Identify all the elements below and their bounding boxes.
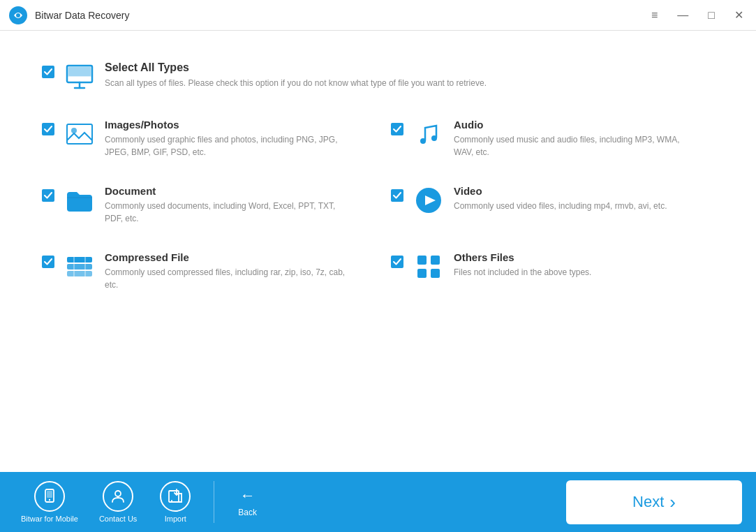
others-icon bbox=[413, 251, 444, 282]
file-type-images: Images/Photos Commonly used graphic file… bbox=[35, 109, 356, 168]
others-title: Others Files bbox=[454, 251, 591, 263]
svg-rect-23 bbox=[47, 491, 52, 498]
svg-rect-15 bbox=[67, 271, 92, 276]
document-text: Document Commonly used documents, includ… bbox=[105, 185, 349, 225]
images-text: Images/Photos Commonly used graphic file… bbox=[105, 119, 349, 158]
back-button[interactable]: ← Back bbox=[228, 482, 267, 522]
file-type-compressed: Compressed File Commonly used compressed… bbox=[35, 242, 356, 301]
svg-point-24 bbox=[49, 499, 50, 501]
svg-rect-19 bbox=[431, 256, 440, 265]
mobile-button[interactable]: Bitwar for Mobile bbox=[14, 477, 85, 527]
minimize-button[interactable]: — bbox=[673, 8, 692, 23]
images-title: Images/Photos bbox=[105, 119, 349, 131]
compressed-desc: Commonly used compressed files, includin… bbox=[105, 266, 349, 291]
mobile-label: Bitwar for Mobile bbox=[21, 515, 78, 523]
app-title: Bitwar Data Recovery bbox=[35, 10, 647, 21]
document-checkbox[interactable] bbox=[42, 189, 54, 202]
contact-button[interactable]: Contact Us bbox=[92, 477, 144, 527]
footer-left-actions: Bitwar for Mobile Contact Us Import bbox=[14, 477, 290, 527]
audio-checkbox[interactable] bbox=[391, 123, 403, 135]
menu-button[interactable]: ≡ bbox=[647, 8, 662, 23]
images-icon bbox=[64, 119, 95, 149]
back-arrow-icon: ← bbox=[240, 487, 255, 505]
select-all-checkbox[interactable] bbox=[42, 66, 54, 78]
svg-rect-14 bbox=[67, 264, 92, 269]
maximize-button[interactable]: □ bbox=[704, 8, 719, 23]
title-bar: Bitwar Data Recovery ≡ — □ ✕ bbox=[0, 0, 756, 31]
import-button[interactable]: Import bbox=[151, 477, 200, 527]
select-all-desc: Scan all types of files. Please check th… bbox=[105, 77, 487, 89]
app-logo bbox=[8, 6, 28, 25]
next-button[interactable]: Next › bbox=[566, 480, 742, 524]
file-type-audio: Audio Commonly used music and audio file… bbox=[384, 109, 705, 168]
footer: Bitwar for Mobile Contact Us Import bbox=[0, 472, 756, 532]
select-all-text: Select All Types Scan all types of files… bbox=[105, 61, 487, 89]
select-all-icon bbox=[64, 61, 95, 92]
svg-rect-21 bbox=[431, 269, 440, 278]
video-title: Video bbox=[454, 185, 667, 197]
audio-text: Audio Commonly used music and audio file… bbox=[454, 119, 698, 158]
window-controls: ≡ — □ ✕ bbox=[647, 7, 748, 23]
file-type-grid: Images/Photos Commonly used graphic file… bbox=[35, 109, 705, 301]
next-label: Next bbox=[632, 493, 664, 511]
images-desc: Commonly used graphic files and photos, … bbox=[105, 133, 349, 158]
file-type-others: Others Files Files not included in the a… bbox=[384, 242, 705, 301]
svg-point-25 bbox=[115, 491, 121, 496]
svg-point-10 bbox=[431, 135, 437, 141]
video-checkbox[interactable] bbox=[391, 189, 403, 202]
svg-rect-20 bbox=[417, 269, 427, 278]
svg-rect-18 bbox=[417, 256, 427, 265]
select-all-row: Select All Types Scan all types of files… bbox=[35, 52, 721, 102]
file-type-video: Video Commonly used video files, includi… bbox=[384, 175, 705, 235]
video-desc: Commonly used video files, including mp4… bbox=[454, 200, 667, 212]
others-checkbox[interactable] bbox=[391, 256, 403, 268]
mobile-icon bbox=[34, 481, 65, 512]
file-type-document: Document Commonly used documents, includ… bbox=[35, 175, 356, 235]
document-title: Document bbox=[105, 185, 349, 197]
import-icon bbox=[160, 481, 191, 512]
audio-title: Audio bbox=[454, 119, 698, 131]
main-content: Select All Types Scan all types of files… bbox=[0, 31, 756, 472]
contact-icon bbox=[103, 481, 133, 512]
others-text: Others Files Files not included in the a… bbox=[454, 251, 591, 279]
svg-point-1 bbox=[16, 13, 20, 17]
audio-icon bbox=[413, 119, 444, 149]
contact-label: Contact Us bbox=[99, 515, 137, 523]
svg-point-9 bbox=[420, 138, 426, 144]
import-label: Import bbox=[165, 515, 186, 523]
footer-divider bbox=[214, 481, 214, 523]
compressed-title: Compressed File bbox=[105, 251, 349, 263]
compressed-icon bbox=[64, 251, 95, 282]
next-arrow-icon: › bbox=[669, 492, 676, 513]
svg-rect-6 bbox=[68, 67, 91, 76]
document-desc: Commonly used documents, including Word,… bbox=[105, 200, 349, 225]
back-label: Back bbox=[238, 508, 257, 517]
document-icon bbox=[64, 185, 95, 216]
compressed-text: Compressed File Commonly used compressed… bbox=[105, 251, 349, 291]
svg-rect-13 bbox=[67, 257, 92, 263]
audio-desc: Commonly used music and audio files, inc… bbox=[454, 133, 698, 158]
select-all-title: Select All Types bbox=[105, 61, 487, 74]
video-icon bbox=[413, 185, 444, 216]
video-text: Video Commonly used video files, includi… bbox=[454, 185, 667, 212]
close-button[interactable]: ✕ bbox=[730, 7, 748, 23]
others-desc: Files not included in the above types. bbox=[454, 266, 591, 279]
svg-rect-7 bbox=[67, 124, 92, 144]
images-checkbox[interactable] bbox=[42, 123, 54, 135]
compressed-checkbox[interactable] bbox=[42, 256, 54, 268]
